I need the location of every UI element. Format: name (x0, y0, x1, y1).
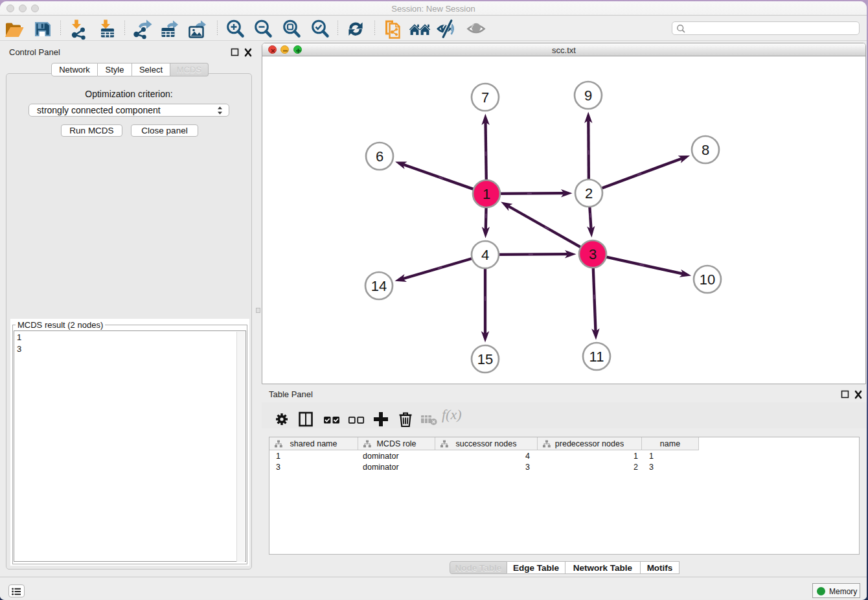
svg-text:10: 10 (700, 271, 715, 288)
svg-text:1: 1 (483, 186, 490, 202)
svg-text:3: 3 (589, 246, 597, 262)
svg-text:11: 11 (589, 349, 604, 365)
svg-text:4: 4 (481, 247, 489, 263)
svg-text:7: 7 (481, 89, 489, 106)
svg-text:15: 15 (477, 351, 493, 367)
svg-text:8: 8 (702, 142, 709, 158)
svg-text:9: 9 (584, 87, 592, 104)
svg-text:6: 6 (376, 148, 383, 165)
svg-text:14: 14 (371, 278, 387, 294)
svg-text:2: 2 (585, 185, 593, 202)
